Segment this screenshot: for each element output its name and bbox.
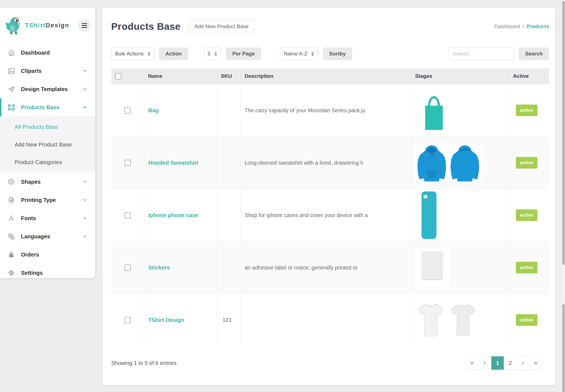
bulk-actions-select[interactable]: Bulk Actions [111,47,154,60]
sku-cell: 123 [217,294,241,346]
table-toolbar: Bulk Actions Action 5 Per Page Name A-Z … [111,47,549,60]
description-cell: an adhesive label or notice, generally p… [241,241,411,294]
sidebar-item-label: Products Base [21,104,60,111]
submenu-item-label: Product Categories [15,159,62,166]
sidebar-item-label: Languages [21,233,50,240]
sidebar: TShirtDesign Dashboard Cliparts De [0,8,95,278]
sidebar-item-design-templates[interactable]: Design Templates [0,80,95,98]
sidebar-item-label: Cliparts [21,68,41,74]
hamburger-menu-button[interactable] [78,19,91,32]
product-name-link[interactable]: Iphone phone case [144,212,198,218]
chevron-down-icon [83,88,87,90]
submenu-item-add-new-product-base[interactable]: Add New Product Base [0,136,95,153]
product-name-link[interactable]: Bag [144,107,159,114]
description-cell: Long-sleeved sweatshirt with a lined, dr… [241,137,411,189]
sidebar-item-settings[interactable]: Settings [0,264,95,282]
pagination-page-1-button[interactable]: 1 [491,356,504,370]
per-page-value: 5 [208,51,211,57]
dinosaur-logo-icon [5,16,23,35]
phone-case-icon [421,191,509,239]
products-base-submenu: All Products Base Add New Product Base P… [0,116,95,173]
table-row: Stickers an adhesive label or notice, ge… [111,241,549,294]
description-cell: The carry capacity of your Mountain Seri… [241,84,411,137]
pagination-last-button[interactable]: » [529,356,542,370]
action-button[interactable]: Action [159,47,188,60]
row-checkbox[interactable] [124,317,131,323]
table-row: Iphone phone case Shop for iphone cases … [111,189,549,241]
select-all-checkbox[interactable] [115,73,121,79]
paper-plane-icon [7,86,15,93]
per-page-select[interactable]: 5 [204,47,221,60]
sidebar-item-shapes[interactable]: Shapes [0,173,95,191]
sku-cell [217,189,241,241]
sidebar-item-products-base[interactable]: Products Base [0,98,95,116]
chevron-down-icon [83,217,87,220]
pagination: « ‹ 1 2 › » [465,356,542,370]
status-badge: active [516,105,537,116]
pagination-first-button[interactable]: « [466,356,478,370]
status-badge: active [516,314,537,326]
sidebar-item-printing-type[interactable]: Printing Type [0,191,95,209]
breadcrumb-current: Products [526,23,549,30]
pagination-page-2-button[interactable]: 2 [504,356,516,370]
chevron-down-icon [83,70,87,72]
product-name-link[interactable]: TShirt Design [144,317,184,323]
sidebar-item-label: Dashboard [21,50,50,56]
sidebar-item-label: Settings [21,270,43,276]
sidebar-item-cliparts[interactable]: Cliparts [0,62,95,80]
printer-icon [7,196,15,204]
submenu-item-label: Add New Product Base [15,142,72,148]
bulk-actions-value: Bulk Actions [115,51,144,57]
status-badge: active [516,157,537,169]
sidebar-item-label: Orders [21,252,39,258]
row-checkbox[interactable] [124,107,131,114]
tote-bag-icon [422,90,509,131]
pagination-prev-button[interactable]: ‹ [478,356,491,370]
select-spinner-icon [311,52,314,56]
entries-summary: Showing 1 to 5 of 6 entries [111,360,177,366]
column-header-stages: Stages [411,68,509,84]
sidebar-item-languages[interactable]: Languages [0,227,95,246]
sidebar-item-label: Fonts [21,215,36,222]
breadcrumb: Dashboard / Products [494,23,549,30]
breadcrumb-dashboard-link[interactable]: Dashboard [494,23,520,30]
pagination-next-button[interactable]: › [516,356,529,370]
sort-select[interactable]: Name A-Z [280,47,318,60]
column-header-name: Name [144,68,217,84]
sortby-button[interactable]: Sortby [323,47,352,60]
column-header-description: Description [241,68,411,84]
sidebar-item-dashboard[interactable]: Dashboard [0,44,95,62]
vertical-scrollbar[interactable] [562,0,565,392]
status-badge: active [516,262,537,273]
chevron-down-icon [83,199,87,201]
image-icon [7,67,15,75]
row-checkbox[interactable] [124,212,131,218]
scrollbar-thumb[interactable] [562,304,565,392]
sku-cell [217,137,241,189]
add-new-product-base-button[interactable]: Add New Product Base [188,20,255,33]
submenu-item-product-categories[interactable]: Product Categories [0,153,95,171]
sku-cell [217,241,241,294]
table-row: Hooded Sweatshirt Long-sleeved sweatshir… [111,137,549,189]
product-name-link[interactable]: Hooded Sweatshirt [144,160,198,166]
product-name-link[interactable]: Stickers [144,265,170,271]
scrollbar-thumb[interactable] [562,1,565,265]
chevron-down-icon [83,180,87,183]
table-row: Bag The carry capacity of your Mountain … [111,84,549,137]
tshirt-front-back-icon [416,302,509,338]
search-input[interactable] [448,47,514,60]
row-checkbox[interactable] [124,160,131,166]
gear-icon [7,269,15,276]
sidebar-nav: Dashboard Cliparts Design Templates [0,44,95,282]
column-header-active: Active [509,68,549,84]
search-button[interactable]: Search [519,47,549,60]
sidebar-item-fonts[interactable]: Fonts [0,209,95,227]
sidebar-item-orders[interactable]: Orders [0,246,95,264]
chevron-down-icon [83,235,87,238]
sidebar-item-label: Design Templates [21,86,68,92]
breadcrumb-separator: / [522,23,524,30]
submenu-item-all-products-base[interactable]: All Products Base [0,118,95,136]
per-page-button[interactable]: Per Page [226,47,261,60]
row-checkbox[interactable] [124,265,131,271]
select-spinner-icon [148,52,150,56]
